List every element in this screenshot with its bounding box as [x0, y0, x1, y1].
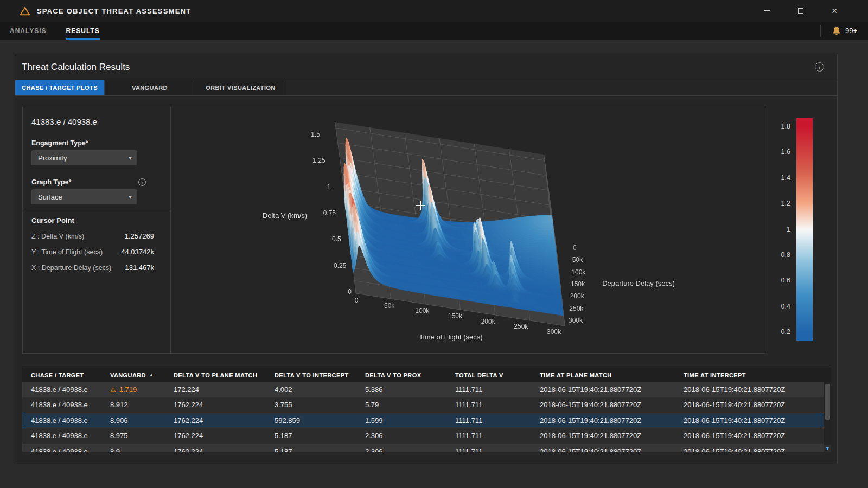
- cursor-x-label: X : Departure Delay (secs): [31, 264, 125, 272]
- navbar-right: 99+: [820, 22, 868, 40]
- table-row[interactable]: 41838.e / 40938.e8.91762.2245.1872.30611…: [22, 444, 831, 452]
- cell-5: 1111.711: [446, 416, 531, 425]
- scrollbar-thumb[interactable]: [825, 384, 830, 420]
- warning-icon: ⚠: [110, 386, 116, 394]
- engagement-type-select[interactable]: Proximity ▾: [31, 150, 137, 165]
- colorbar: [796, 118, 813, 341]
- column-header-5[interactable]: TOTAL DELTA V: [446, 372, 531, 378]
- table-row[interactable]: 41838.e / 40938.e⚠1.719172.2244.0025.386…: [22, 382, 831, 397]
- colorbar-tick-label: 1: [765, 226, 790, 233]
- colorbar-zone: 0.20.40.60.811.21.41.61.8: [765, 107, 838, 354]
- column-header-4[interactable]: DELTA V TO PROX: [356, 372, 446, 378]
- cursor-point-row-y: Y : Time of Flight (secs) 44.03742k: [23, 248, 170, 256]
- cell-3: 4.002: [266, 386, 356, 394]
- graph-type-info-icon[interactable]: i: [138, 178, 146, 186]
- cell-6: 2018-06-15T19:40:21.8807720Z: [531, 447, 675, 452]
- cell-1: 8.906: [101, 416, 165, 425]
- titlebar: SPACE OBJECT THREAT ASSESSMENT ✕: [0, 0, 868, 22]
- cell-1: 8.912: [101, 401, 165, 409]
- graph-type-label-row: Graph Type* i: [31, 178, 146, 186]
- colorbar-tick-label: 1.8: [765, 123, 790, 130]
- page-title: Threat Calculation Results: [22, 62, 130, 73]
- cell-2: 172.224: [165, 386, 266, 394]
- cell-4: 2.306: [356, 447, 446, 452]
- close-button[interactable]: ✕: [829, 5, 840, 16]
- colorbar-tick-label: 0.4: [765, 303, 790, 310]
- engagement-type-label: Engagment Type*: [31, 139, 88, 147]
- cell-0: 41838.e / 40938.e: [22, 416, 101, 425]
- cell-7: 2018-06-15T19:40:21.8807720Z: [675, 447, 824, 452]
- colorbar-tick-label: 1.2: [765, 200, 790, 207]
- panel-info-icon[interactable]: i: [815, 62, 824, 72]
- table-header-row: CHASE / TARGETVANGUARD▲DELTA V TO PLANE …: [22, 368, 831, 382]
- cell-4: 1.599: [356, 416, 446, 425]
- notification-count-badge: 99+: [845, 27, 857, 35]
- cell-1: ⚠1.719: [101, 386, 165, 394]
- navbar-divider: [820, 25, 821, 37]
- graph-type-label: Graph Type*: [31, 178, 71, 186]
- panel-tabs: CHASE / TARGET PLOTS VANGUARD ORBIT VISU…: [15, 80, 837, 96]
- colorbar-tick-label: 1.6: [765, 148, 790, 156]
- cell-5: 1111.711: [446, 447, 531, 452]
- cursor-y-value: 44.03742k: [121, 248, 154, 256]
- column-header-3[interactable]: DELTA V TO INTERCEPT: [266, 372, 356, 378]
- cursor-y-label: Y : Time of Flight (secs): [31, 248, 121, 256]
- table-row[interactable]: 41838.e / 40938.e8.9751762.2245.1872.306…: [22, 428, 831, 444]
- cell-3: 5.187: [266, 432, 356, 440]
- notifications-bell-icon[interactable]: [832, 26, 841, 36]
- tab-orbit-visualization[interactable]: ORBIT VISUALIZATION: [195, 80, 286, 95]
- nav-tab-results[interactable]: RESULTS: [56, 22, 110, 40]
- cell-3: 3.755: [266, 401, 356, 409]
- x-axis-title: Time of Flight (secs): [419, 333, 482, 341]
- colorbar-tick-label: 0.6: [765, 277, 790, 284]
- cell-6: 2018-06-15T19:40:21.8807720Z: [531, 416, 675, 425]
- cursor-point-row-z: Z : Delta V (km/s) 1.257269: [23, 232, 170, 240]
- cell-0: 41838.e / 40938.e: [22, 386, 101, 394]
- cell-6: 2018-06-15T19:40:21.8807720Z: [531, 432, 675, 440]
- column-header-1[interactable]: VANGUARD▲: [101, 372, 165, 378]
- cell-0: 41838.e / 40938.e: [22, 447, 101, 452]
- minimize-icon: [764, 10, 770, 11]
- cell-7: 2018-06-15T19:40:21.8807720Z: [675, 386, 824, 394]
- tab-vanguard[interactable]: VANGUARD: [105, 80, 195, 95]
- cell-1: 8.9: [101, 447, 165, 452]
- cursor-x-value: 131.467k: [125, 264, 155, 272]
- maximize-button[interactable]: [795, 5, 806, 16]
- cell-7: 2018-06-15T19:40:21.8807720Z: [675, 432, 824, 440]
- table-scrollbar[interactable]: ▼: [824, 382, 831, 452]
- y-axis-title: Departure Delay (secs): [602, 279, 675, 287]
- cursor-z-value: 1.257269: [125, 232, 154, 240]
- table-row[interactable]: 41838.e / 40938.e8.9061762.224592.8591.5…: [22, 413, 831, 428]
- cursor-crosshair-icon: [416, 201, 425, 210]
- app-title: SPACE OBJECT THREAT ASSESSMENT: [37, 7, 191, 15]
- cell-3: 5.187: [266, 447, 356, 452]
- nav-tab-analysis[interactable]: ANALYSIS: [0, 22, 56, 40]
- cursor-point-heading: Cursor Point: [31, 216, 162, 224]
- column-header-0[interactable]: CHASE / TARGET: [22, 372, 101, 378]
- cell-6: 2018-06-15T19:40:21.8807720Z: [531, 401, 675, 409]
- surface-plot-canvas[interactable]: [171, 107, 765, 353]
- main-navbar: ANALYSIS RESULTS 99+: [0, 22, 868, 40]
- pair-title: 41383.e / 40938.e: [31, 117, 162, 126]
- cell-2: 1762.224: [165, 416, 266, 425]
- cursor-point-row-x: X : Departure Delay (secs) 131.467k: [23, 264, 170, 272]
- graph-type-select[interactable]: Surface ▾: [31, 189, 137, 204]
- cell-1: 8.975: [101, 432, 165, 440]
- cell-4: 5.79: [356, 401, 446, 409]
- scroll-down-button[interactable]: ▼: [824, 445, 831, 452]
- cell-5: 1111.711: [446, 432, 531, 440]
- maximize-icon: [798, 8, 803, 14]
- sort-asc-icon: ▲: [149, 373, 154, 377]
- column-header-6[interactable]: TIME AT PLANE MATCH: [531, 372, 675, 378]
- column-header-2[interactable]: DELTA V TO PLANE MATCH: [165, 372, 266, 378]
- window-controls: ✕: [762, 5, 868, 16]
- app-logo-triangle-icon: [20, 7, 30, 16]
- colorbar-tick-label: 1.4: [765, 174, 790, 182]
- cell-5: 1111.711: [446, 401, 531, 409]
- table-row[interactable]: 41838.e / 40938.e8.9121762.2243.7555.791…: [22, 397, 831, 413]
- panel-header: Threat Calculation Results i: [15, 54, 837, 80]
- column-header-7[interactable]: TIME AT INTERCEPT: [675, 372, 824, 378]
- tab-chase-target-plots[interactable]: CHASE / TARGET PLOTS: [15, 80, 105, 95]
- cell-2: 1762.224: [165, 447, 266, 452]
- minimize-button[interactable]: [762, 5, 773, 16]
